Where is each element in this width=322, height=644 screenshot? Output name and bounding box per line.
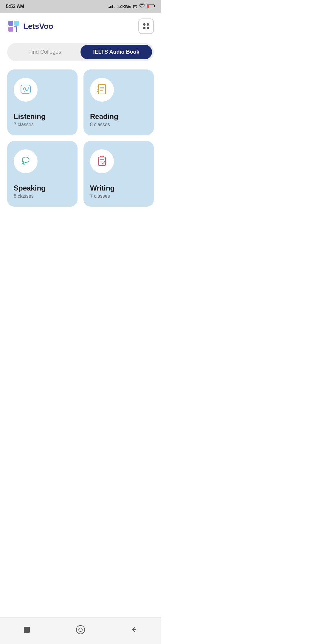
listening-title: Listening	[14, 112, 46, 121]
writing-card[interactable]: Writing 7 classes	[83, 141, 154, 207]
reading-title: Reading	[90, 112, 118, 121]
menu-button[interactable]	[138, 18, 154, 34]
logo-text: LetsVoo	[23, 22, 53, 31]
speaking-subtitle: 8 classes	[14, 193, 34, 199]
writing-title: Writing	[90, 184, 114, 192]
listening-subtitle: 7 classes	[14, 122, 34, 127]
speaking-card[interactable]: Speaking 8 classes	[7, 141, 78, 207]
clipboard-edit-icon	[95, 154, 109, 168]
reading-icon-circle	[90, 78, 114, 102]
logo-icon	[7, 20, 20, 33]
wifi-icon	[139, 4, 145, 10]
tab-ielts-audio-book[interactable]: IELTS Audio Book	[80, 45, 152, 59]
reading-subtitle: 8 classes	[90, 122, 110, 127]
status-time: 5:53 AM	[6, 4, 24, 9]
music-wave-icon	[19, 83, 32, 97]
sim-icon: 🖂	[133, 4, 137, 9]
listening-card[interactable]: Listening 7 classes	[7, 69, 78, 135]
cards-grid: Listening 7 classes Reading 8 classes	[0, 69, 161, 216]
network-speed: 1.0KB/s	[117, 4, 131, 9]
svg-rect-6	[14, 21, 19, 26]
chat-bubbles-icon	[19, 154, 32, 168]
svg-point-8	[28, 87, 29, 89]
signal-dots-icon	[109, 5, 115, 8]
notebook-icon	[95, 83, 109, 97]
header: LetsVoo	[0, 13, 161, 38]
tab-switcher: Find Colleges IELTS Audio Book	[7, 43, 154, 61]
svg-rect-1	[147, 5, 149, 8]
svg-line-16	[102, 163, 103, 165]
status-icons: 1.0KB/s 🖂	[109, 4, 155, 10]
status-bar: 5:53 AM 1.0KB/s 🖂	[0, 0, 161, 13]
speaking-icon-circle	[14, 149, 38, 173]
logo: LetsVoo	[7, 20, 53, 33]
reading-card[interactable]: Reading 8 classes	[83, 69, 154, 135]
writing-subtitle: 7 classes	[90, 193, 110, 199]
speaking-title: Speaking	[14, 184, 46, 192]
svg-rect-4	[8, 21, 13, 26]
svg-rect-5	[8, 27, 13, 32]
menu-dots-grid	[143, 23, 149, 29]
writing-icon-circle	[90, 149, 114, 173]
svg-rect-9	[98, 84, 106, 94]
battery-icon	[147, 4, 155, 9]
listening-icon-circle	[14, 78, 38, 102]
tab-find-colleges[interactable]: Find Colleges	[9, 45, 80, 59]
svg-rect-2	[154, 5, 155, 7]
